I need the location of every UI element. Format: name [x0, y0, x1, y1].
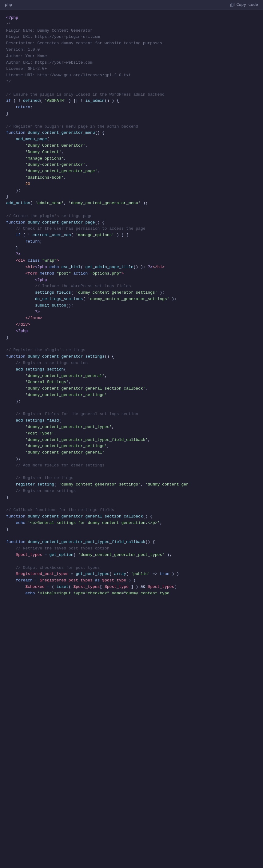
copy-button-label: Copy code	[237, 2, 258, 7]
copy-icon	[230, 3, 235, 7]
header-bar: php Copy code	[0, 0, 263, 10]
copy-button[interactable]: Copy code	[230, 2, 258, 7]
code-container: php Copy code <?php /* Plugin Name: Dumm…	[0, 0, 263, 868]
code-body: <?php /* Plugin Name: Dummy Content Gene…	[0, 10, 263, 602]
language-label: php	[5, 2, 12, 7]
